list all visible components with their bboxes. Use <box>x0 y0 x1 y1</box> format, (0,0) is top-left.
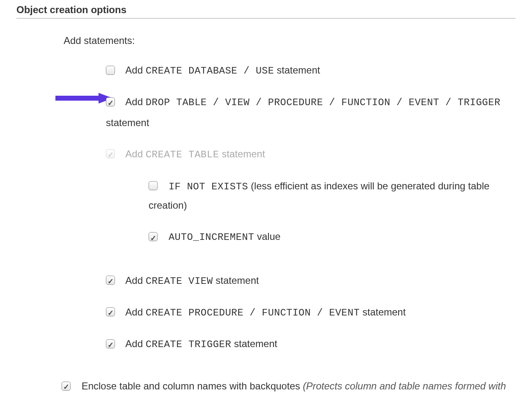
checkbox-if-not-exists[interactable] <box>149 181 158 190</box>
label-create-table-post: statement <box>219 148 265 159</box>
label-create-database-post: statement <box>274 64 320 76</box>
row-enclose-backquotes: Enclose table and column names with back… <box>16 378 516 396</box>
row-create-view: Add CREATE VIEW statement <box>16 272 516 290</box>
label-create-database-pre: Add <box>125 64 145 76</box>
label-create-procedure-post: statement <box>360 306 406 318</box>
label-auto-increment-code: AUTO_INCREMENT <box>169 232 255 243</box>
label-create-trigger-code: CREATE TRIGGER <box>146 339 232 350</box>
checkbox-create-database[interactable] <box>106 66 115 75</box>
arrow-right-icon <box>55 92 113 104</box>
label-drop-table-post: statement <box>106 114 516 131</box>
label-create-procedure-code: CREATE PROCEDURE / FUNCTION / EVENT <box>146 307 360 318</box>
checkbox-auto-increment[interactable] <box>149 232 158 241</box>
label-create-table-pre: Add <box>125 148 145 159</box>
label-create-view-post: statement <box>213 275 259 286</box>
row-create-database: Add CREATE DATABASE / USE statement <box>16 61 516 80</box>
label-create-trigger-pre: Add <box>125 338 145 349</box>
checkbox-enclose-backquotes[interactable] <box>62 382 71 391</box>
add-statements-label: Add statements: <box>16 35 516 46</box>
label-create-trigger-post: statement <box>231 338 277 349</box>
label-create-view-pre: Add <box>125 275 145 286</box>
label-create-procedure-pre: Add <box>125 306 145 318</box>
row-drop-table: Add DROP TABLE / VIEW / PROCEDURE / FUNC… <box>16 93 516 131</box>
label-create-database-code: CREATE DATABASE / USE <box>146 65 274 76</box>
row-if-not-exists: IF NOT EXISTS (less efficient as indexes… <box>16 177 516 215</box>
checkbox-drop-table[interactable] <box>106 97 115 106</box>
row-create-trigger: Add CREATE TRIGGER statement <box>16 335 516 353</box>
row-create-table: Add CREATE TABLE statement <box>16 145 516 163</box>
checkbox-create-procedure[interactable] <box>106 307 115 316</box>
row-create-procedure: Add CREATE PROCEDURE / FUNCTION / EVENT … <box>16 303 516 322</box>
section-title: Object creation options <box>16 4 516 18</box>
label-drop-table-pre: Add <box>125 96 145 107</box>
row-auto-increment: AUTO_INCREMENT value <box>16 227 516 247</box>
label-create-view-code: CREATE VIEW <box>146 276 213 287</box>
checkbox-create-table <box>106 149 115 158</box>
label-enclose-text: Enclose table and column names with back… <box>82 380 303 391</box>
label-drop-table-code: DROP TABLE / VIEW / PROCEDURE / FUNCTION… <box>146 97 500 108</box>
label-auto-increment-post: value <box>254 231 280 242</box>
checkbox-create-trigger[interactable] <box>106 339 115 348</box>
label-create-table-code: CREATE TABLE <box>146 149 219 160</box>
label-if-not-exists-code: IF NOT EXISTS <box>169 181 248 192</box>
checkbox-create-view[interactable] <box>106 276 115 285</box>
